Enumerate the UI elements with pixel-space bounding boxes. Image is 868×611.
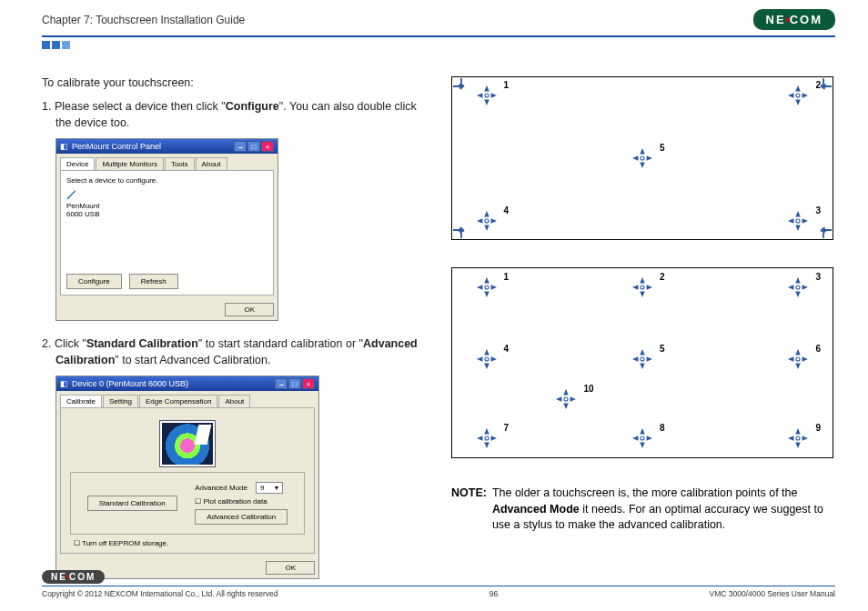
plot-calibration-checkbox[interactable]: ☐ Plot calibration data — [195, 497, 288, 506]
svg-marker-43 — [796, 277, 802, 283]
svg-marker-76 — [802, 436, 808, 441]
eeprom-checkbox[interactable]: ☐ Turn off EEPROM storage. — [74, 539, 168, 547]
svg-marker-58 — [796, 349, 802, 355]
tab-setting[interactable]: Setting — [103, 395, 138, 407]
svg-marker-44 — [796, 291, 802, 296]
svg-marker-36 — [490, 285, 496, 290]
device-name[interactable]: PenMount6000 USB — [66, 203, 267, 219]
svg-point-82 — [564, 396, 568, 400]
svg-marker-11 — [490, 93, 496, 98]
tab-about[interactable]: About — [218, 395, 250, 407]
tab-tools[interactable]: Tools — [165, 157, 195, 170]
calibration-point-icon: 7 — [477, 428, 497, 448]
svg-marker-68 — [640, 428, 645, 434]
svg-marker-80 — [556, 396, 561, 402]
app-icon: ◧ — [60, 142, 68, 151]
svg-marker-74 — [796, 443, 802, 448]
app-icon: ◧ — [60, 379, 68, 388]
copyright-text: Copyright © 2012 NEXCOM International Co… — [42, 589, 278, 598]
titlebar: ◧ PenMount Control Panel ‒ □ × — [56, 139, 278, 154]
calibration-point-icon: 8 — [632, 428, 652, 448]
corner-icon — [453, 78, 469, 95]
close-button[interactable]: × — [261, 141, 274, 152]
svg-marker-66 — [490, 436, 496, 441]
tab-edge-compensation[interactable]: Edge Compensation — [139, 395, 218, 407]
svg-marker-23 — [484, 211, 490, 216]
close-button[interactable]: × — [302, 378, 315, 389]
svg-marker-13 — [796, 85, 802, 91]
tab-about[interactable]: About — [196, 157, 227, 170]
configure-button[interactable]: Configure — [66, 274, 122, 289]
svg-marker-41 — [647, 285, 652, 290]
svg-point-22 — [796, 219, 800, 223]
svg-marker-73 — [796, 428, 802, 434]
svg-marker-10 — [477, 93, 482, 98]
advanced-mode-select[interactable]: 9▾ — [256, 482, 283, 494]
svg-marker-39 — [640, 291, 645, 296]
svg-marker-26 — [490, 219, 496, 225]
header-rule — [42, 35, 835, 37]
svg-point-42 — [641, 285, 644, 289]
calibration-point-icon: 4 — [477, 349, 497, 369]
svg-marker-21 — [802, 219, 808, 225]
svg-marker-35 — [477, 285, 482, 290]
device-calibration-dialog: ◧ Device 0 (PenMount 6000 USB) ‒ □ × Cal… — [56, 376, 319, 579]
refresh-button[interactable]: Refresh — [129, 274, 178, 289]
window-title: Device 0 (PenMount 6000 USB) — [72, 379, 188, 388]
advanced-mode-label: Advanced Mode — [195, 484, 247, 492]
svg-marker-38 — [640, 277, 645, 283]
tab-multiple-monitors[interactable]: Multiple Monitors — [96, 157, 163, 170]
svg-marker-71 — [647, 436, 652, 441]
tab-device[interactable]: Device — [60, 157, 95, 170]
page-number: 96 — [490, 589, 498, 598]
maximize-button[interactable]: □ — [247, 141, 260, 152]
svg-marker-65 — [477, 436, 482, 441]
calibration-point-icon: 2 — [632, 277, 652, 297]
calibration-point-icon: 6 — [788, 349, 808, 369]
svg-marker-31 — [647, 155, 652, 161]
intro-text: To calibrate your touchscreen: — [42, 76, 424, 89]
minimize-button[interactable]: ‒ — [234, 141, 247, 152]
step-2: 2. Click "Standard Calibration" to start… — [42, 336, 424, 368]
svg-marker-9 — [484, 99, 490, 105]
svg-marker-18 — [796, 211, 802, 216]
svg-point-72 — [641, 436, 644, 440]
calibration-point-icon: 10 — [556, 389, 576, 409]
svg-marker-64 — [484, 443, 490, 448]
advanced-calibration-button[interactable]: Advanced Calibration — [195, 509, 288, 525]
device-hint: Select a device to configure. — [66, 176, 267, 185]
corner-icon — [453, 222, 469, 238]
svg-marker-29 — [640, 163, 645, 168]
svg-point-37 — [485, 285, 489, 289]
tab-calibrate[interactable]: Calibrate — [60, 395, 102, 407]
svg-marker-59 — [796, 363, 802, 368]
device-icon[interactable] — [66, 188, 79, 201]
calibration-point-icon: 3 — [788, 211, 808, 231]
calibration-5-point-diagram: 1 2 3 4 5 — [451, 76, 833, 240]
svg-point-32 — [641, 156, 644, 160]
svg-point-67 — [485, 436, 489, 440]
calibration-image — [160, 421, 215, 466]
calibration-point-icon: 5 — [632, 349, 652, 369]
svg-marker-79 — [564, 403, 570, 408]
corner-icon — [815, 222, 832, 238]
svg-marker-15 — [788, 93, 793, 98]
maximize-button[interactable]: □ — [288, 378, 301, 389]
note-lead: NOTE: — [451, 486, 487, 534]
svg-marker-55 — [632, 356, 638, 362]
svg-point-57 — [641, 357, 644, 361]
calibration-point-icon: 1 — [477, 85, 497, 105]
calibration-point-icon: 4 — [477, 211, 497, 231]
tab-bar: Calibrate Setting Edge Compensation Abou… — [60, 395, 315, 408]
svg-marker-51 — [490, 356, 496, 362]
svg-marker-25 — [477, 219, 482, 225]
svg-marker-60 — [788, 356, 793, 362]
step-1: 1. Please select a device then click "Co… — [42, 98, 424, 131]
svg-marker-49 — [484, 363, 490, 368]
ok-button[interactable]: OK — [225, 303, 274, 316]
standard-calibration-button[interactable]: Standard Calibration — [87, 496, 177, 511]
svg-point-27 — [485, 219, 489, 223]
titlebar: ◧ Device 0 (PenMount 6000 USB) ‒ □ × — [56, 376, 318, 391]
minimize-button[interactable]: ‒ — [275, 378, 288, 389]
svg-marker-34 — [484, 291, 490, 296]
